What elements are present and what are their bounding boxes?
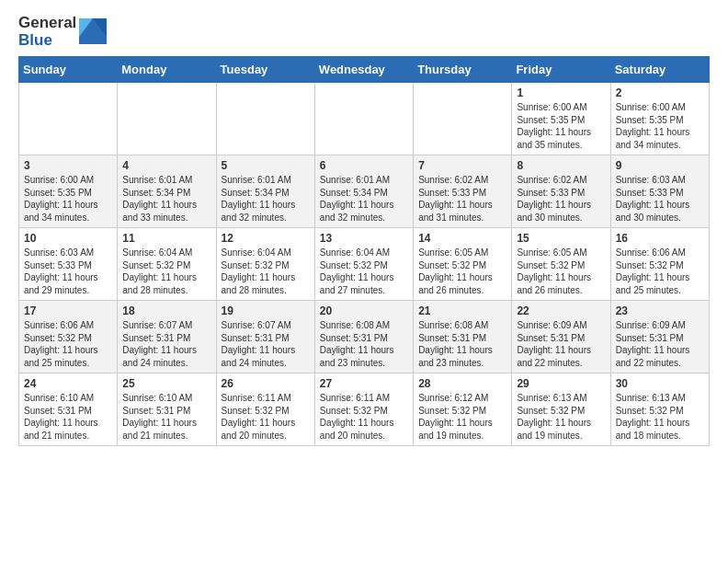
day-info: Sunrise: 6:07 AM Sunset: 5:31 PM Dayligh… <box>122 319 210 369</box>
day-number: 16 <box>616 232 704 245</box>
calendar-cell: 4Sunrise: 6:01 AM Sunset: 5:34 PM Daylig… <box>118 155 216 228</box>
day-info: Sunrise: 6:00 AM Sunset: 5:35 PM Dayligh… <box>24 174 112 224</box>
day-info: Sunrise: 6:10 AM Sunset: 5:31 PM Dayligh… <box>122 392 210 442</box>
calendar-cell: 12Sunrise: 6:04 AM Sunset: 5:32 PM Dayli… <box>216 228 314 301</box>
day-info: Sunrise: 6:13 AM Sunset: 5:32 PM Dayligh… <box>616 392 704 442</box>
day-number: 4 <box>122 159 210 172</box>
calendar-cell <box>19 83 118 155</box>
day-number: 12 <box>222 232 310 245</box>
day-info: Sunrise: 6:01 AM Sunset: 5:34 PM Dayligh… <box>320 174 408 224</box>
day-info: Sunrise: 6:00 AM Sunset: 5:35 PM Dayligh… <box>616 101 704 151</box>
day-info: Sunrise: 6:01 AM Sunset: 5:34 PM Dayligh… <box>122 174 210 224</box>
calendar-cell: 2Sunrise: 6:00 AM Sunset: 5:35 PM Daylig… <box>610 83 709 155</box>
day-info: Sunrise: 6:09 AM Sunset: 5:31 PM Dayligh… <box>517 319 605 369</box>
calendar-header-saturday: Saturday <box>610 57 709 83</box>
day-number: 6 <box>320 159 408 172</box>
calendar-cell: 27Sunrise: 6:11 AM Sunset: 5:32 PM Dayli… <box>314 373 413 446</box>
calendar-cell: 9Sunrise: 6:03 AM Sunset: 5:33 PM Daylig… <box>610 155 709 228</box>
day-info: Sunrise: 6:02 AM Sunset: 5:33 PM Dayligh… <box>517 174 605 224</box>
day-number: 8 <box>517 159 605 172</box>
calendar-cell: 22Sunrise: 6:09 AM Sunset: 5:31 PM Dayli… <box>512 301 610 373</box>
day-number: 28 <box>418 377 506 390</box>
calendar-header-wednesday: Wednesday <box>314 57 413 83</box>
calendar-cell: 16Sunrise: 6:06 AM Sunset: 5:32 PM Dayli… <box>610 228 709 301</box>
day-info: Sunrise: 6:07 AM Sunset: 5:31 PM Dayligh… <box>222 319 310 369</box>
calendar-cell: 3Sunrise: 6:00 AM Sunset: 5:35 PM Daylig… <box>19 155 118 228</box>
day-info: Sunrise: 6:11 AM Sunset: 5:32 PM Dayligh… <box>222 392 310 442</box>
calendar-cell <box>216 83 314 155</box>
calendar-cell: 6Sunrise: 6:01 AM Sunset: 5:34 PM Daylig… <box>314 155 413 228</box>
day-info: Sunrise: 6:00 AM Sunset: 5:35 PM Dayligh… <box>517 101 605 151</box>
calendar-cell: 30Sunrise: 6:13 AM Sunset: 5:32 PM Dayli… <box>610 373 709 446</box>
day-number: 11 <box>122 232 210 245</box>
day-info: Sunrise: 6:10 AM Sunset: 5:31 PM Dayligh… <box>24 392 112 442</box>
calendar-cell: 1Sunrise: 6:00 AM Sunset: 5:35 PM Daylig… <box>512 83 610 155</box>
day-info: Sunrise: 6:05 AM Sunset: 5:32 PM Dayligh… <box>517 247 605 296</box>
day-info: Sunrise: 6:01 AM Sunset: 5:34 PM Dayligh… <box>222 174 310 224</box>
calendar-cell: 29Sunrise: 6:13 AM Sunset: 5:32 PM Dayli… <box>512 373 610 446</box>
day-info: Sunrise: 6:11 AM Sunset: 5:32 PM Dayligh… <box>320 392 408 442</box>
calendar-week-row: 3Sunrise: 6:00 AM Sunset: 5:35 PM Daylig… <box>19 155 710 228</box>
header: General Blue <box>18 15 710 49</box>
calendar-cell: 20Sunrise: 6:08 AM Sunset: 5:31 PM Dayli… <box>314 301 413 373</box>
calendar-cell: 19Sunrise: 6:07 AM Sunset: 5:31 PM Dayli… <box>216 301 314 373</box>
calendar-header-friday: Friday <box>512 57 610 83</box>
calendar-cell: 17Sunrise: 6:06 AM Sunset: 5:32 PM Dayli… <box>19 301 118 373</box>
calendar-cell: 25Sunrise: 6:10 AM Sunset: 5:31 PM Dayli… <box>118 373 216 446</box>
day-info: Sunrise: 6:02 AM Sunset: 5:33 PM Dayligh… <box>418 174 506 224</box>
calendar-cell: 21Sunrise: 6:08 AM Sunset: 5:31 PM Dayli… <box>414 301 512 373</box>
day-number: 18 <box>122 304 210 317</box>
day-number: 9 <box>616 159 704 172</box>
calendar-header-monday: Monday <box>118 57 216 83</box>
day-number: 26 <box>222 377 310 390</box>
page: General Blue SundayMondayTuesdayWednesda… <box>0 0 728 461</box>
day-number: 30 <box>616 377 704 390</box>
day-number: 10 <box>24 232 112 245</box>
calendar-header-row: SundayMondayTuesdayWednesdayThursdayFrid… <box>19 57 710 83</box>
calendar-cell: 11Sunrise: 6:04 AM Sunset: 5:32 PM Dayli… <box>118 228 216 301</box>
day-info: Sunrise: 6:05 AM Sunset: 5:32 PM Dayligh… <box>418 247 506 296</box>
day-number: 24 <box>24 377 112 390</box>
calendar-cell: 18Sunrise: 6:07 AM Sunset: 5:31 PM Dayli… <box>118 301 216 373</box>
day-number: 14 <box>418 232 506 245</box>
day-number: 3 <box>24 159 112 172</box>
calendar-cell: 24Sunrise: 6:10 AM Sunset: 5:31 PM Dayli… <box>19 373 118 446</box>
day-info: Sunrise: 6:03 AM Sunset: 5:33 PM Dayligh… <box>24 247 112 296</box>
day-info: Sunrise: 6:06 AM Sunset: 5:32 PM Dayligh… <box>616 247 704 296</box>
day-number: 2 <box>616 86 704 99</box>
logo-blue-text: Blue <box>18 32 76 50</box>
calendar-cell: 13Sunrise: 6:04 AM Sunset: 5:32 PM Dayli… <box>314 228 413 301</box>
day-info: Sunrise: 6:09 AM Sunset: 5:31 PM Dayligh… <box>616 319 704 369</box>
calendar-header-tuesday: Tuesday <box>216 57 314 83</box>
day-number: 19 <box>222 304 310 317</box>
calendar-cell <box>414 83 512 155</box>
day-info: Sunrise: 6:12 AM Sunset: 5:32 PM Dayligh… <box>418 392 506 442</box>
day-info: Sunrise: 6:04 AM Sunset: 5:32 PM Dayligh… <box>320 247 408 296</box>
day-number: 17 <box>24 304 112 317</box>
day-number: 1 <box>517 86 605 99</box>
logo-icon <box>79 18 107 46</box>
calendar-cell: 8Sunrise: 6:02 AM Sunset: 5:33 PM Daylig… <box>512 155 610 228</box>
day-number: 5 <box>222 159 310 172</box>
svg-marker-2 <box>79 37 107 44</box>
day-info: Sunrise: 6:03 AM Sunset: 5:33 PM Dayligh… <box>616 174 704 224</box>
calendar-cell: 26Sunrise: 6:11 AM Sunset: 5:32 PM Dayli… <box>216 373 314 446</box>
day-info: Sunrise: 6:04 AM Sunset: 5:32 PM Dayligh… <box>122 247 210 296</box>
day-number: 29 <box>517 377 605 390</box>
calendar-cell <box>118 83 216 155</box>
day-number: 25 <box>122 377 210 390</box>
day-number: 13 <box>320 232 408 245</box>
calendar-cell: 28Sunrise: 6:12 AM Sunset: 5:32 PM Dayli… <box>414 373 512 446</box>
day-info: Sunrise: 6:04 AM Sunset: 5:32 PM Dayligh… <box>222 247 310 296</box>
calendar-header-thursday: Thursday <box>414 57 512 83</box>
logo: General Blue <box>18 15 107 49</box>
day-number: 27 <box>320 377 408 390</box>
day-info: Sunrise: 6:08 AM Sunset: 5:31 PM Dayligh… <box>418 319 506 369</box>
calendar-week-row: 24Sunrise: 6:10 AM Sunset: 5:31 PM Dayli… <box>19 373 710 446</box>
day-number: 15 <box>517 232 605 245</box>
calendar-cell: 7Sunrise: 6:02 AM Sunset: 5:33 PM Daylig… <box>414 155 512 228</box>
calendar-week-row: 17Sunrise: 6:06 AM Sunset: 5:32 PM Dayli… <box>19 301 710 373</box>
calendar-cell: 23Sunrise: 6:09 AM Sunset: 5:31 PM Dayli… <box>610 301 709 373</box>
day-number: 23 <box>616 304 704 317</box>
day-number: 22 <box>517 304 605 317</box>
